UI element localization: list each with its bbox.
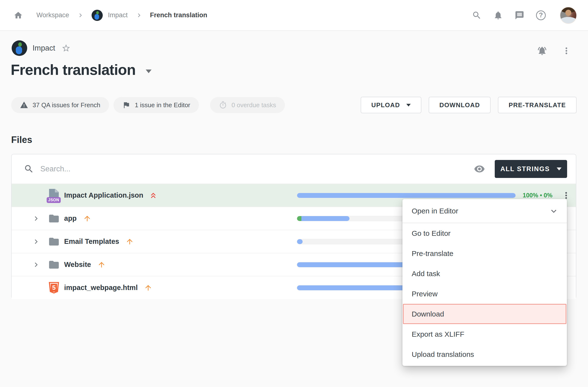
status-and-actions-row: 37 QA issues for French 1 issue in the E…: [11, 97, 577, 113]
logo-body: [94, 14, 99, 20]
search-icon[interactable]: [472, 10, 482, 20]
files-heading: Files: [11, 135, 32, 145]
upload-arrow-icon: [126, 237, 134, 246]
upload-arrow-icon: [144, 284, 152, 292]
chevron-right-icon: [78, 12, 83, 18]
project-logo[interactable]: [92, 10, 103, 21]
breadcrumb: Workspace Impact French translation: [14, 10, 207, 21]
help-icon[interactable]: ?: [536, 10, 546, 20]
topbar-actions: ?: [472, 7, 577, 24]
editor-issues-chip[interactable]: 1 issue in the Editor: [113, 97, 199, 113]
logo-dot: [96, 11, 99, 14]
logo-body: [16, 46, 22, 54]
progress-stats: 100% • 0%: [523, 192, 552, 199]
chevron-down-icon: [550, 207, 558, 215]
expand-chevron-icon[interactable]: [32, 215, 40, 222]
menu-item-add-task[interactable]: Add task: [402, 264, 567, 284]
project-logo-large: [12, 40, 27, 56]
menu-primary-label: Open in Editor: [412, 207, 458, 215]
expand-chevron-icon[interactable]: [32, 261, 40, 268]
files-toolbar: ALL STRINGS: [12, 154, 576, 183]
logo-dot: [18, 42, 22, 47]
menu-item-export-xliff[interactable]: Export as XLIFF: [402, 324, 567, 344]
menu-item-upload-translations[interactable]: Upload translations: [402, 344, 567, 364]
warning-icon: [20, 101, 28, 109]
project-header: Impact: [12, 40, 71, 56]
chevron-down-icon: [557, 167, 562, 170]
json-file-icon: JSON: [48, 191, 60, 200]
stopwatch-icon: [219, 101, 227, 109]
title-dropdown-caret[interactable]: [146, 69, 151, 73]
file-name: impact_webpage.html: [64, 284, 138, 292]
upload-arrow-icon: [97, 261, 106, 269]
menu-item-go-to-editor[interactable]: Go to Editor: [402, 223, 567, 243]
pretranslate-button-label: PRE-TRANSLATE: [509, 101, 566, 109]
page: Workspace Impact French translation: [0, 0, 588, 387]
folder-name: app: [64, 214, 77, 222]
chevron-right-icon: [136, 12, 142, 18]
folder-icon: [48, 259, 60, 271]
user-avatar[interactable]: [560, 7, 577, 24]
high-priority-icon: [149, 191, 158, 200]
file-name: Impact Application.json: [64, 191, 143, 199]
menu-item-preview[interactable]: Preview: [402, 284, 567, 304]
messages-icon[interactable]: [515, 10, 524, 20]
download-button[interactable]: DOWNLOAD: [429, 97, 491, 113]
qa-issues-chip[interactable]: 37 QA issues for French: [11, 97, 109, 113]
html5-badge: 5: [52, 284, 56, 292]
breadcrumb-project[interactable]: Impact: [108, 11, 128, 19]
menu-item-download[interactable]: Download: [403, 304, 567, 324]
folder-name: Email Templates: [64, 237, 119, 246]
editor-issues-label: 1 issue in the Editor: [135, 101, 190, 109]
notifications-active-icon[interactable]: [537, 46, 547, 56]
breadcrumb-current-page: French translation: [150, 11, 208, 19]
page-title-row: French translation: [11, 61, 151, 78]
search-input[interactable]: [40, 165, 474, 173]
project-name: Impact: [33, 44, 55, 52]
eye-icon[interactable]: [474, 163, 485, 175]
strings-filter-label: ALL STRINGS: [500, 165, 550, 173]
download-button-label: DOWNLOAD: [439, 101, 480, 109]
html5-file-icon: 5: [48, 282, 60, 294]
upload-button-label: UPLOAD: [371, 101, 400, 109]
upload-button[interactable]: UPLOAD: [361, 97, 421, 113]
top-navigation-bar: Workspace Impact French translation: [0, 0, 588, 31]
upload-arrow-icon: [83, 214, 91, 223]
notifications-icon[interactable]: [493, 10, 503, 20]
pretranslate-button[interactable]: PRE-TRANSLATE: [498, 97, 577, 113]
progress-bar: [297, 193, 516, 198]
expand-chevron-icon[interactable]: [32, 238, 40, 245]
folder-icon: [48, 213, 60, 224]
folder-icon: [48, 236, 60, 248]
file-context-menu: Open in Editor Go to Editor Pre-translat…: [402, 199, 567, 366]
overdue-tasks-chip[interactable]: 0 overdue tasks: [210, 97, 285, 113]
breadcrumb-workspace[interactable]: Workspace: [36, 11, 69, 19]
strings-filter-button[interactable]: ALL STRINGS: [495, 160, 567, 178]
folder-name: Website: [64, 261, 91, 269]
json-badge: JSON: [47, 197, 61, 203]
star-icon[interactable]: [62, 44, 71, 53]
kebab-menu-icon[interactable]: [561, 46, 571, 56]
home-icon[interactable]: [14, 11, 23, 20]
project-header-actions: [537, 46, 571, 56]
menu-item-pre-translate[interactable]: Pre-translate: [402, 243, 567, 264]
chevron-down-icon: [406, 104, 411, 107]
page-title: French translation: [11, 61, 136, 78]
action-buttons: UPLOAD DOWNLOAD PRE-TRANSLATE: [361, 97, 577, 113]
qa-issues-label: 37 QA issues for French: [33, 101, 100, 109]
overdue-tasks-label: 0 overdue tasks: [231, 101, 276, 109]
menu-item-open-in-editor[interactable]: Open in Editor: [402, 199, 567, 223]
flag-icon: [122, 101, 130, 109]
search-icon: [24, 164, 34, 174]
